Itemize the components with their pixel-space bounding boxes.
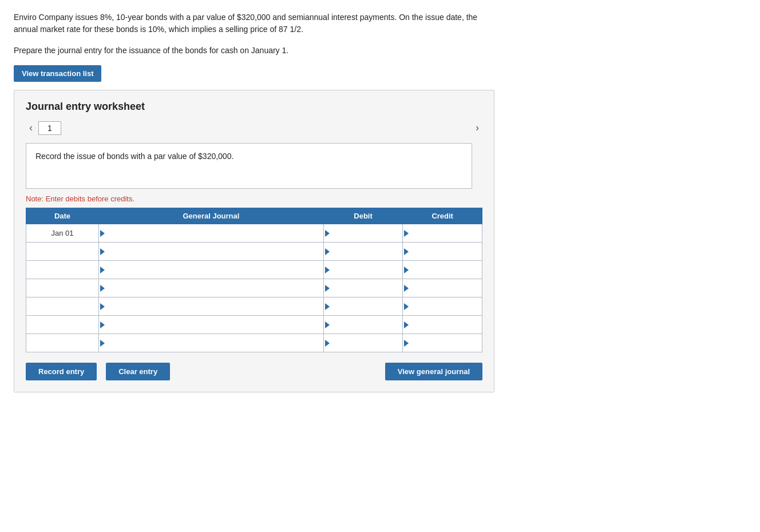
date-cell-4[interactable] (26, 297, 99, 316)
record-entry-button[interactable]: Record entry (26, 363, 97, 380)
debit-cell-2[interactable] (323, 261, 403, 279)
intro-paragraph: Enviro Company issues 8%, 10-year bonds … (14, 11, 643, 35)
view-general-journal-button[interactable]: View general journal (385, 363, 482, 380)
entry-number-box: 1 (38, 121, 61, 135)
col-header-date: Date (26, 208, 99, 224)
table-row: Jan 01 (26, 224, 482, 243)
date-cell-1[interactable] (26, 243, 99, 261)
credit-cell-5[interactable] (403, 316, 482, 334)
date-cell-2[interactable] (26, 261, 99, 279)
credit-cell-1[interactable] (403, 243, 482, 261)
debit-cell-1[interactable] (323, 243, 403, 261)
next-arrow[interactable]: › (472, 121, 482, 135)
journal-table: Date General Journal Debit Credit Jan 01 (26, 208, 482, 352)
description-box: Record the issue of bonds with a par val… (26, 143, 472, 189)
date-cell-5[interactable] (26, 316, 99, 334)
general-journal-cell-3[interactable] (99, 279, 324, 297)
general-journal-cell-6[interactable] (99, 334, 324, 352)
debit-cell-5[interactable] (323, 316, 403, 334)
general-journal-cell-0[interactable] (99, 224, 324, 243)
table-row (26, 297, 482, 316)
debit-cell-4[interactable] (323, 297, 403, 316)
col-header-debit: Debit (323, 208, 403, 224)
credit-cell-6[interactable] (403, 334, 482, 352)
date-cell-6[interactable] (26, 334, 99, 352)
table-row (26, 279, 482, 297)
date-cell-3[interactable] (26, 279, 99, 297)
worksheet-title: Journal entry worksheet (26, 101, 482, 113)
credit-cell-2[interactable] (403, 261, 482, 279)
general-journal-cell-5[interactable] (99, 316, 324, 334)
credit-cell-3[interactable] (403, 279, 482, 297)
table-row (26, 316, 482, 334)
general-journal-cell-2[interactable] (99, 261, 324, 279)
col-header-general-journal: General Journal (99, 208, 324, 224)
debit-cell-0[interactable] (323, 224, 403, 243)
prepare-text: Prepare the journal entry for the issuan… (14, 46, 746, 55)
prev-arrow[interactable]: ‹ (26, 121, 36, 135)
intro-line2: annual market rate for these bonds is 10… (14, 25, 303, 34)
table-row (26, 243, 482, 261)
action-buttons-row: Record entry Clear entry View general jo… (26, 363, 482, 380)
debit-cell-6[interactable] (323, 334, 403, 352)
note-text: Note: Enter debits before credits. (26, 194, 482, 203)
general-journal-cell-4[interactable] (99, 297, 324, 316)
clear-entry-button[interactable]: Clear entry (106, 363, 170, 380)
general-journal-cell-1[interactable] (99, 243, 324, 261)
date-cell-0[interactable]: Jan 01 (26, 224, 99, 243)
table-row (26, 261, 482, 279)
debit-cell-3[interactable] (323, 279, 403, 297)
intro-line1: Enviro Company issues 8%, 10-year bonds … (14, 13, 477, 22)
navigation-row: ‹ 1 › (26, 121, 482, 135)
col-header-credit: Credit (403, 208, 482, 224)
table-row (26, 334, 482, 352)
credit-cell-0[interactable] (403, 224, 482, 243)
journal-entry-worksheet: Journal entry worksheet ‹ 1 › Record the… (14, 90, 494, 392)
view-transaction-button[interactable]: View transaction list (14, 65, 101, 82)
credit-cell-4[interactable] (403, 297, 482, 316)
